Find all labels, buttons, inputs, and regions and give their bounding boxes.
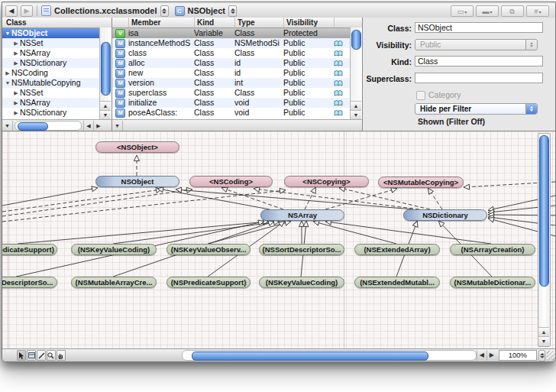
disclosure-open-icon[interactable]: ▼ [4,78,11,88]
class-tree-row-nsobject[interactable]: ▼NSObject [2,28,112,38]
diagram-node-cat-mutablearraycreation[interactable]: (NSMutableArrayCre... [71,277,157,288]
line-style-button[interactable]: ▬▾ [476,5,499,17]
document-popup-stepper[interactable] [160,5,169,17]
documentation-book-icon[interactable] [334,60,343,67]
diagram-node-cat-extendedarray[interactable]: (NSExtendedArray) [354,244,440,255]
disclosure-closed-icon[interactable]: ▶ [12,48,20,58]
disclosure-closed-icon[interactable]: ▶ [4,68,11,78]
diagram-node-cat-predicatesupport-2[interactable]: (NSPredicateSupport) [166,277,251,288]
disclosure-closed-icon[interactable]: ▶ [12,88,20,98]
class-tree-row-nsarray[interactable]: ▶NSArray [2,98,112,108]
class-field[interactable]: NSObject [415,22,543,33]
documentation-book-icon[interactable] [334,40,343,47]
column-options-button[interactable]: ▼ [112,121,123,131]
class-tree-row-nsarray[interactable]: ▶NSArray [2,48,112,58]
entity-popup-stepper[interactable] [228,5,237,17]
class-tree-row-nsmutablecopying[interactable]: ▼NSMutableCopying [2,78,112,88]
number-button[interactable]: #▾ [526,5,549,17]
hscroll-right-icon[interactable]: ▶ [486,350,496,361]
diagram-node-proto-nsmutablecopying[interactable]: <NSMutableCopying> [378,177,464,188]
type-column-header[interactable]: Type [235,18,284,28]
forward-button[interactable]: ▶ [21,5,33,17]
diagram-node-cat-predicatesupport-1[interactable]: (NSPredicateSupport) [2,244,57,255]
diagram-hscroll-thumb[interactable] [192,352,428,361]
hscroll-left-icon[interactable]: ◀ [477,350,486,361]
class-tree-row-nsset[interactable]: ▶NSSet [2,88,112,98]
category-checkbox[interactable] [416,91,425,100]
class-hscroll-track[interactable] [15,121,82,131]
member-row-superclass[interactable]: MsuperclassClassClassPublic [112,88,362,98]
scroll-down-icon[interactable]: ▼ [538,336,549,346]
diagram-node-cat-keyvalueobserving[interactable]: (NSKeyValueObserv... [166,244,251,255]
disclosure-closed-icon[interactable]: ▶ [12,98,20,108]
class-tree-row-nsdictionary[interactable]: ▶NSDictionary [2,108,112,118]
resize-grip[interactable] [547,351,555,361]
diagram-node-cat-mutabledictionary[interactable]: (NSMutableDictionar... [450,277,535,288]
zoom-level-field[interactable]: 100% [499,350,537,361]
diagram-scrollbar-thumb[interactable] [539,135,549,287]
line-tool-button[interactable] [37,350,46,361]
diagram-canvas[interactable]: ▲ ▼ <NSObject>NSObject<NSCoding><NSCopyi… [2,131,555,349]
class-column-header[interactable]: Class [2,18,112,28]
member-row-isa[interactable]: VisaVariableClassProtected [112,28,362,38]
hand-tool-button[interactable] [57,350,66,361]
diagram-node-cat-sortdescriptorsort-1[interactable]: (NSSortDescriptorSo... [259,244,344,255]
diagram-node-proto-nsobject[interactable]: <NSObject> [95,141,179,153]
member-row-alloc[interactable]: MallocClassidPublic [112,58,362,68]
member-row-class[interactable]: MclassClassClassPublic [112,48,362,58]
hscroll-right-icon[interactable]: ▶ [93,121,103,131]
documentation-book-icon[interactable] [334,70,343,77]
diagram-node-cat-sortdescriptorsort-2[interactable]: (NSSortDescriptorSo... [2,277,57,288]
superclass-field[interactable] [415,73,543,83]
documentation-book-icon[interactable] [334,50,343,57]
diagram-node-class-nsarray[interactable]: NSArray [260,209,344,221]
zoom-tool-button[interactable] [47,350,56,361]
class-scrollbar-thumb[interactable] [101,42,111,96]
documentation-book-icon[interactable] [334,79,343,87]
diagram-node-class-nsdictionary[interactable]: NSDictionary [403,209,487,221]
disclosure-closed-icon[interactable]: ▶ [12,38,20,48]
member-scrollbar-thumb[interactable] [351,30,361,50]
diagram-node-cat-keyvaluecoding-2[interactable]: (NSKeyValueCoding) [259,277,344,288]
node-tool-button[interactable] [27,350,36,361]
diagram-node-proto-nscopying[interactable]: <NSCopying> [284,176,369,187]
diagram-node-proto-nscoding[interactable]: <NSCoding> [189,176,273,187]
entity-name[interactable]: NSObject [188,6,226,15]
diagram-node-cat-extendedmutable[interactable]: (NSExtendedMutabl... [354,277,440,288]
member-column-header[interactable]: Member [129,18,195,28]
class-tree-row-nsset[interactable]: ▶NSSet [2,38,112,48]
visibility-popup[interactable]: Public [415,39,538,50]
diagram-hscroll-track[interactable] [182,350,477,361]
documentation-book-icon[interactable] [334,109,343,117]
class-tree-row-nsdictionary[interactable]: ▶NSDictionary [2,58,112,68]
member-row-version[interactable]: MversionClassintPublic [112,78,362,88]
hscroll-left-icon[interactable]: ◀ [83,121,93,131]
diagram-node-class-nsobject[interactable]: NSObject [95,176,179,187]
class-tree-row-nscoding[interactable]: ▶NSCoding [2,68,112,78]
member-row-poseasclass[interactable]: MposeAsClass:ClassvoidPublic [112,108,362,118]
filter-popup[interactable]: Hide per Filter [415,103,538,115]
member-row-initialize[interactable]: MinitializeClassvoidPublic [112,98,362,108]
annotation-button[interactable]: ▭▾ [451,5,474,17]
class-hscroll-thumb[interactable] [18,122,48,131]
visibility-column-header[interactable]: Visibility [284,18,335,28]
member-list-scrollbar[interactable]: ▲ ▼ [350,28,362,120]
member-row-new[interactable]: MnewClassidPublic [112,68,362,78]
diagram-node-cat-arraycreation[interactable]: (NSArrayCreation) [450,244,535,255]
documentation-book-icon[interactable] [334,89,343,97]
member-row-instancemethods[interactable]: MinstanceMethodSClassNSMethodSiPublic [112,38,362,48]
disclosure-closed-icon[interactable]: ▶ [12,58,20,68]
disclosure-open-icon[interactable]: ▼ [4,28,11,38]
badge-column-header[interactable] [112,18,129,28]
copy-button[interactable]: ⧉ [501,5,524,17]
kind-column-header[interactable]: Kind [195,18,235,28]
diagram-vertical-scrollbar[interactable]: ▲ ▼ [538,133,551,347]
disclosure-closed-icon[interactable]: ▶ [12,108,20,118]
arrow-tool-button[interactable] [17,350,26,361]
back-button[interactable]: ◀ [5,5,18,17]
column-options-button[interactable]: ▼ [2,121,13,131]
document-name[interactable]: Collections.xcclassmodel [54,6,157,15]
diagram-node-cat-keyvaluecoding-1[interactable]: (NSKeyValueCoding) [71,244,157,255]
zoom-stepper[interactable] [538,350,545,361]
documentation-book-icon[interactable] [334,99,343,107]
